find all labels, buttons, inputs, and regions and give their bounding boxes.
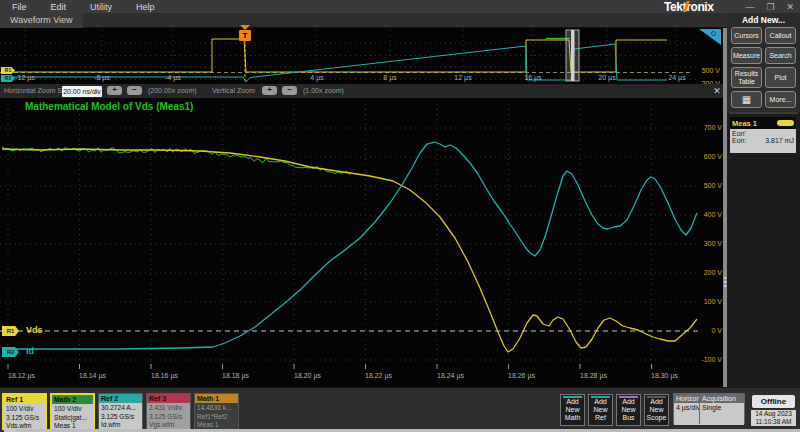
acquisition-panel[interactable]: Acquisition Single <box>699 393 745 424</box>
main-y-label: 300 V <box>692 240 722 247</box>
menu-file[interactable]: File <box>0 2 39 12</box>
zoom-control-bar: Horizontal Zoom Scale 20.00 ns/div + − (… <box>0 84 723 98</box>
vzoom-factor-label: (1.00x zoom) <box>303 87 344 94</box>
overview-y-label: 500 V <box>692 67 720 74</box>
vzoom-plus-button[interactable]: + <box>262 86 277 95</box>
main-plot <box>0 98 723 387</box>
vzoom-minus-button[interactable]: − <box>282 86 297 95</box>
main-y-label: 0 V <box>692 327 722 334</box>
view-tab-bar: Waveform View <box>0 13 728 28</box>
main-y-label: 500 V <box>692 182 722 189</box>
badge-line: 3.125 GS/s <box>101 413 142 422</box>
ref2-channel-badge[interactable]: Ref 2 30.2724 A... 3.125 GS/s Id.wfm <box>98 393 143 430</box>
right-sidebar: Add New... Cursors Callout Measure Searc… <box>727 13 800 388</box>
overview-x-label: 12 µs <box>454 74 471 81</box>
horizontal-zoom-scale-input[interactable]: 20.00 ns/div <box>62 86 102 97</box>
add-new-scope-button[interactable]: Add New Scope <box>644 394 669 426</box>
ref2-badge-header: Ref 2 <box>99 394 142 403</box>
datetime-display[interactable]: 14 Aug 2023 11:10:38 AM <box>751 410 796 426</box>
ref2-badge-body: 30.2724 A... 3.125 GS/s Id.wfm <box>99 403 142 432</box>
hzoom-factor-label: (200.00x zoom) <box>148 87 197 94</box>
scope-color-stripe <box>647 396 666 398</box>
main-x-label: 18.30 µs <box>651 372 678 379</box>
trigger-marker[interactable]: T <box>239 30 251 41</box>
main-y-label: 100 V <box>692 298 722 305</box>
acquisition-mode-value: Single <box>700 403 744 425</box>
overview-zoom-icon[interactable] <box>699 29 721 45</box>
main-x-label: 18.24 µs <box>437 372 464 379</box>
restore-icon[interactable]: ❐ <box>766 2 774 12</box>
plot-button[interactable]: Plot <box>765 67 796 88</box>
math1-badge-header: Math 1 <box>195 394 238 403</box>
more-button[interactable]: More... <box>765 91 796 108</box>
badge-line: Ref1*Ref2 <box>197 413 238 422</box>
measure-button[interactable]: Measure <box>731 47 762 64</box>
results-table-button[interactable]: Results Table <box>731 67 762 88</box>
meas-source-pill <box>777 120 794 126</box>
overview-x-label: -12 µs <box>15 74 35 81</box>
ref3-channel-badge[interactable]: Ref 3 2.431 V/div 3.125 GS/s Vgs.wfm <box>146 393 191 430</box>
main-x-label: 18.28 µs <box>580 372 607 379</box>
vds-trace-label: Vds <box>26 325 43 335</box>
ref1-channel-badge[interactable]: Ref 1 100 V/div 3.125 GS/s Vds.wfm <box>2 393 47 430</box>
main-y-label: 700 V <box>692 124 722 131</box>
badge-line: 100 V/div <box>6 405 45 414</box>
bus-color-stripe <box>619 396 638 398</box>
cursors-button[interactable]: Cursors <box>731 27 762 44</box>
badge-line: 14.4836 k... <box>197 404 238 413</box>
meas1-results-badge[interactable]: Meas 1 Eon' Eon: 3.817 mJ <box>730 117 796 153</box>
math-plot-title: Mathematical Model of Vds (Meas1) <box>25 101 193 112</box>
offline-button[interactable]: Offline <box>752 395 795 408</box>
ref3-badge-header: Ref 3 <box>147 394 190 403</box>
math1-badge-body: 14.4836 k... Ref1*Ref2 Meas 1 <box>195 403 238 432</box>
bottom-bar: Ref 1 100 V/div 3.125 GS/s Vds.wfm Math … <box>0 388 800 432</box>
meas1-line2-label: Eon: <box>732 137 746 144</box>
math2-badge-body: 100 V/div Static|gat... Meas 1 <box>52 404 93 432</box>
id-trace-label: Id <box>26 346 34 356</box>
badge-line: 100 V/div <box>54 405 93 414</box>
oscilloscope-app: File Edit Utility Help Tektronix — ❐ ✕ W… <box>0 0 800 432</box>
main-waveform-view: Mathematical Model of Vds (Meas1) 18.12 … <box>0 98 723 387</box>
acquisition-panel-title: Acquisition <box>700 394 744 403</box>
overview-x-label: 16 µs <box>524 74 541 81</box>
add-new-bus-button[interactable]: Add New Bus <box>616 394 641 426</box>
badge-line: 3.125 GS/s <box>6 414 45 423</box>
sidebar-separator <box>729 112 798 114</box>
hzoom-minus-button[interactable]: − <box>127 86 142 95</box>
main-x-label: 18.14 µs <box>79 372 106 379</box>
main-x-label: 18.16 µs <box>151 372 178 379</box>
overview-x-label: 4 µs <box>310 74 323 81</box>
search-button[interactable]: Search <box>765 47 796 64</box>
math2-channel-badge[interactable]: Math 2 100 V/div Static|gat... Meas 1 <box>50 393 95 430</box>
date-text: 14 Aug 2023 <box>751 410 796 418</box>
math2-badge-header: Math 2 <box>52 395 93 404</box>
math1-channel-badge[interactable]: Math 1 14.4836 k... Ref1*Ref2 Meas 1 <box>194 393 239 430</box>
close-icon[interactable]: ✕ <box>786 2 794 12</box>
main-y-label: 400 V <box>692 211 722 218</box>
menu-edit[interactable]: Edit <box>39 2 79 12</box>
callout-button[interactable]: Callout <box>765 27 796 44</box>
hzoom-plus-button[interactable]: + <box>107 86 122 95</box>
grid-pattern-icon[interactable]: ▦ <box>731 91 762 108</box>
meas1-line1: Eon' <box>732 130 794 137</box>
minimize-icon[interactable]: — <box>745 2 754 12</box>
badge-line: Static|gat... <box>54 414 93 423</box>
tab-waveform-view[interactable]: Waveform View <box>0 13 83 28</box>
add-new-ref-button[interactable]: Add New Ref <box>588 394 613 426</box>
badge-line: 2.431 V/div <box>149 404 190 413</box>
time-text: 11:10:38 AM <box>751 418 796 426</box>
main-x-label: 18.22 µs <box>365 372 392 379</box>
overview-x-label: 24 µs <box>668 74 685 81</box>
overview-x-label: 20 µs <box>598 74 615 81</box>
menu-utility[interactable]: Utility <box>78 2 124 12</box>
badge-line: 3.125 GS/s <box>149 413 190 422</box>
zoom-view-close-icon[interactable]: ✕ <box>711 85 723 97</box>
menu-help[interactable]: Help <box>124 2 167 12</box>
overview-x-label: -8 µs <box>94 74 110 81</box>
main-y-label: -100 V <box>692 356 722 363</box>
overview-x-label: -4 µs <box>165 74 181 81</box>
add-new-title: Add New... <box>727 15 800 25</box>
add-new-math-button[interactable]: Add New Math <box>560 394 585 426</box>
meas1-header: Meas 1 <box>730 117 796 129</box>
window-controls: — ❐ ✕ <box>745 0 794 13</box>
